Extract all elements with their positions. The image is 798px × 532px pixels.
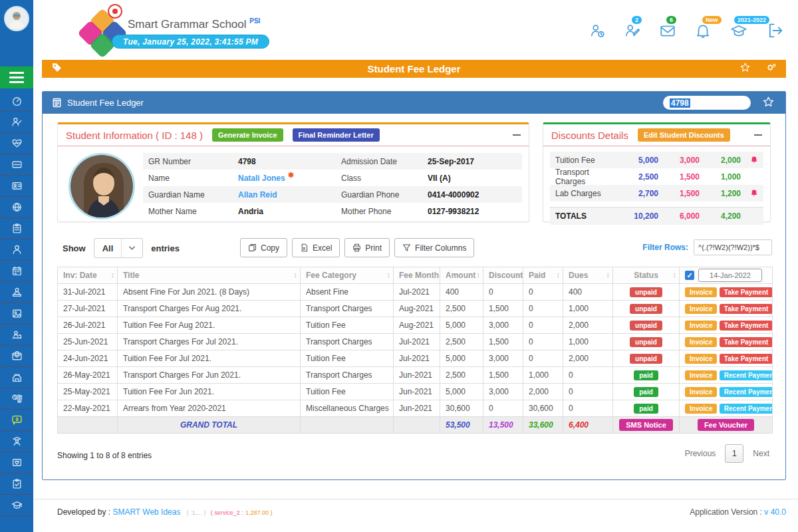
sidebar-item-id-card[interactable] xyxy=(0,176,33,197)
fee-title-link[interactable]: Tuition Fee For Aug 2021. xyxy=(118,317,301,334)
favorite-star-icon[interactable] xyxy=(739,62,751,76)
heart-pulse-icon xyxy=(11,138,23,149)
collapse-icon[interactable] xyxy=(754,134,762,136)
guardian-name-link[interactable]: Allan Reid xyxy=(238,190,277,200)
final-reminder-button[interactable]: Final Reminder Letter xyxy=(293,128,380,142)
entries-select[interactable]: All xyxy=(94,238,144,258)
logout-icon[interactable] xyxy=(766,21,785,43)
sms-notice-button[interactable]: SMS Notice xyxy=(619,419,673,431)
take-payment-button[interactable]: Take Payment xyxy=(720,287,773,297)
previous-page-button[interactable]: Previous xyxy=(685,449,716,458)
date-filter-checkbox[interactable]: ✓ xyxy=(685,271,694,280)
fee-title-link[interactable]: Tuition Fee For Jul 2021. xyxy=(118,350,301,367)
sidebar-item-elearning[interactable] xyxy=(0,325,33,346)
panel-star-icon[interactable] xyxy=(762,96,775,111)
mail-icon[interactable]: 6 xyxy=(658,22,677,42)
fee-title-link[interactable]: Tuition Fee For Jun 2021. xyxy=(118,384,301,400)
sidebar-item-library[interactable] xyxy=(0,388,33,410)
gauge-icon xyxy=(11,95,23,106)
col-discount[interactable]: Discount↕ xyxy=(483,267,523,284)
take-payment-button[interactable]: Take Payment xyxy=(720,354,773,364)
excel-button[interactable]: Excel xyxy=(292,238,340,257)
developer-link[interactable]: SMART Web Ideas xyxy=(112,507,180,517)
invoice-button[interactable]: Invoice xyxy=(685,354,717,364)
invoice-button[interactable]: Invoice xyxy=(685,287,717,297)
sidebar-item-teachers[interactable] xyxy=(0,282,33,303)
invoice-button[interactable]: Invoice xyxy=(685,321,717,331)
collapse-icon[interactable] xyxy=(513,134,521,136)
sidebar-item-students[interactable] xyxy=(0,239,33,261)
invoice-button[interactable]: Invoice xyxy=(685,370,717,380)
invoice-button[interactable]: Invoice xyxy=(685,304,717,314)
sidebar-item-attendance[interactable] xyxy=(0,261,33,282)
sort-icon: ↕ xyxy=(517,271,521,279)
fee-voucher-button[interactable]: Fee Voucher xyxy=(698,419,754,431)
next-page-button[interactable]: Next xyxy=(753,449,769,458)
copy-icon xyxy=(248,243,257,252)
take-payment-button[interactable]: Take Payment xyxy=(720,321,773,331)
take-payment-button[interactable]: Take Payment xyxy=(720,304,773,314)
sidebar-item-exams[interactable] xyxy=(0,473,33,495)
settings-gears-icon[interactable] xyxy=(765,62,778,76)
reminder-bell-icon[interactable] xyxy=(741,188,758,199)
sort-icon: ↕ xyxy=(111,271,115,279)
fee-title-link[interactable]: Arrears from Year 2020-2021 xyxy=(118,400,301,417)
print-button[interactable]: Print xyxy=(344,238,390,257)
invoice-button[interactable]: Invoice xyxy=(685,337,717,347)
ledger-icon xyxy=(52,98,62,108)
copy-button[interactable]: Copy xyxy=(240,238,287,257)
recent-payment-button[interactable]: Recent Payment xyxy=(720,404,773,414)
sidebar-item-fee-card[interactable] xyxy=(0,154,33,176)
sidebar-item-gallery[interactable] xyxy=(0,303,33,325)
sidebar-item-courses[interactable] xyxy=(0,495,33,516)
sidebar-item-certificates[interactable] xyxy=(0,452,33,473)
col-status[interactable]: Status↕ xyxy=(613,267,680,284)
recent-payment-button[interactable]: Recent Payment xyxy=(720,387,773,397)
search-input[interactable]: 4798 xyxy=(663,96,751,110)
sidebar-item-health[interactable] xyxy=(0,133,33,154)
bell-icon[interactable]: New xyxy=(694,22,712,42)
fee-title-link[interactable]: Transport Charges For Jun 2021. xyxy=(118,367,301,384)
sidebar-item-fee-ledger[interactable]: $ xyxy=(0,410,33,431)
sidebar-item-campus[interactable] xyxy=(0,367,33,388)
user-avatar[interactable] xyxy=(4,6,29,31)
recent-payment-button[interactable]: Recent Payment xyxy=(720,370,773,380)
fee-title-link[interactable]: Transport Charges For Aug 2021. xyxy=(118,301,301,317)
fee-title-link[interactable]: Transport Charges For Jul 2021. xyxy=(118,334,301,350)
col-amount[interactable]: Amount↕ xyxy=(440,267,483,284)
col-fee-category[interactable]: Fee Category↕ xyxy=(301,267,394,284)
sidebar-item-website[interactable] xyxy=(0,197,33,218)
edit-discounts-button[interactable]: Edit Student Discounts xyxy=(638,128,730,142)
user-clock-icon[interactable] xyxy=(589,22,606,42)
mail-dollar-icon xyxy=(11,350,23,362)
sidebar-item-staff[interactable] xyxy=(0,431,33,452)
sidebar-item-admissions[interactable] xyxy=(0,112,33,133)
menu-toggle-icon[interactable] xyxy=(0,66,33,88)
sidebar-item-homework[interactable] xyxy=(0,218,33,239)
user-graduate-icon xyxy=(11,436,23,447)
sidebar-item-dashboard[interactable] xyxy=(0,90,33,112)
graduation-icon[interactable]: 2021-2022 xyxy=(729,22,749,42)
record-icon[interactable] xyxy=(108,4,122,19)
fee-title-link[interactable]: Absent Fine For Jun 2021. (8 Days) xyxy=(118,284,301,301)
filter-columns-button[interactable]: Filter Columns xyxy=(394,238,474,257)
date-filter-input[interactable] xyxy=(698,269,762,282)
col-title[interactable]: Title↕ xyxy=(118,267,301,284)
reminder-bell-icon[interactable] xyxy=(741,155,758,166)
user-edit-icon[interactable]: 2 xyxy=(624,22,641,42)
user-laptop-icon xyxy=(11,329,23,340)
col-paid[interactable]: Paid↕ xyxy=(523,267,563,284)
invoice-button[interactable]: Invoice xyxy=(685,387,717,397)
page-number-button[interactable]: 1 xyxy=(725,444,743,463)
datetime-badge: Tue, January 25, 2022, 3:41:55 PM xyxy=(112,35,269,49)
col-fee-month[interactable]: Fee Month↕ xyxy=(394,267,440,284)
sidebar-item-payroll[interactable] xyxy=(0,346,33,367)
invoice-button[interactable]: Invoice xyxy=(685,404,717,414)
take-payment-button[interactable]: Take Payment xyxy=(720,337,773,347)
status-badge: unpaid xyxy=(630,337,662,347)
student-name-link[interactable]: Natali Jones xyxy=(238,174,285,183)
col-dues[interactable]: Dues↕ xyxy=(563,267,613,284)
col-inv-date[interactable]: Inv: Date↕ xyxy=(58,267,118,284)
generate-invoice-button[interactable]: Generate Invoice xyxy=(212,128,283,142)
filter-rows-input[interactable] xyxy=(694,239,772,255)
